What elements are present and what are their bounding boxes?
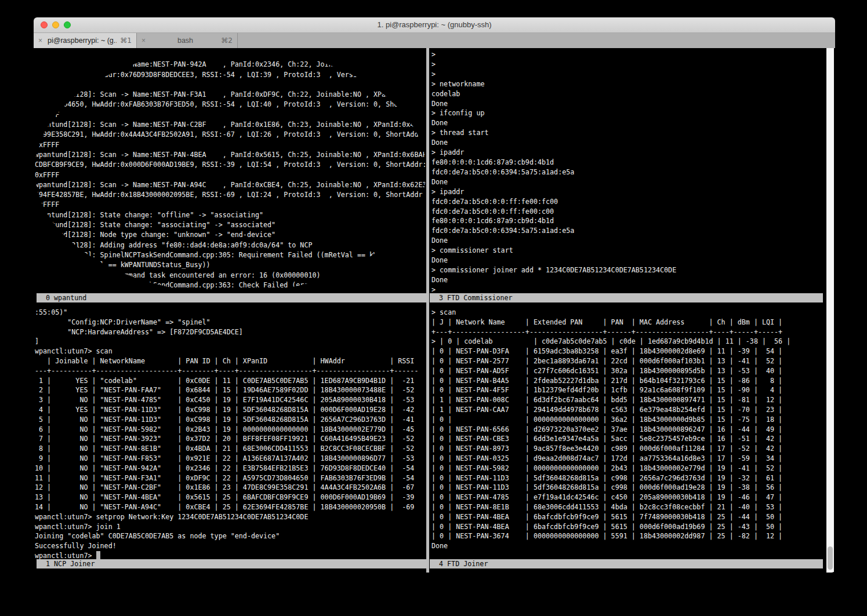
pane-ftd-commissioner[interactable]: > > > > networkname codelab Done > ifcon… [431, 48, 825, 295]
terminal-area: 0xFFFF wpantund[2128]: Scan -> Name:NEST… [34, 48, 835, 573]
pane-wpantund[interactable]: 0xFFFF wpantund[2128]: Scan -> Name:NEST… [35, 48, 426, 293]
status-bar-wpantund: 0 wpantund [37, 293, 428, 302]
status-bar-ftd-joiner: 4 FTD Joiner [430, 559, 823, 568]
tab-label: pi@raspberrypi: ~ (g... [48, 33, 117, 48]
tab-bar: × pi@raspberrypi: ~ (g... ⌘1 × bash ⌘2 [34, 33, 835, 48]
close-tab-icon[interactable]: × [142, 33, 146, 48]
status-bar-label: 3 FTD Commissioner [439, 294, 513, 302]
pane-divider[interactable] [426, 48, 429, 573]
pane-ftd-joiner[interactable]: > scan | J | Network Name | Extended PAN… [431, 306, 825, 561]
scrollbar-thumb[interactable] [828, 546, 833, 570]
status-bar-label: 4 FTD Joiner [439, 560, 488, 568]
pane-ncp-joiner[interactable]: :55:05)" "Config:NCP:DriverName" => "spi… [35, 306, 426, 561]
status-bar-ftd-commissioner: 3 FTD Commissioner [430, 293, 823, 302]
tab-bash[interactable]: × bash ⌘2 [137, 33, 238, 48]
status-bar-label: 1 NCP Joiner [46, 560, 95, 568]
tab-ssh-session[interactable]: × pi@raspberrypi: ~ (g... ⌘1 [34, 33, 137, 48]
screen: 1. pi@raspberrypi: ~ (gnubby-ssh) × pi@r… [0, 0, 867, 616]
status-bar-ncp-joiner: 1 NCP Joiner [37, 559, 428, 568]
scrollbar-track[interactable] [826, 48, 834, 573]
tab-shortcut: ⌘1 [120, 33, 132, 48]
tab-bar-empty-area [238, 33, 835, 48]
tab-label: bash [151, 33, 220, 48]
window-title: 1. pi@raspberrypi: ~ (gnubby-ssh) [34, 17, 835, 32]
close-tab-icon[interactable]: × [38, 33, 42, 48]
status-bar-label: 0 wpantund [46, 294, 86, 302]
terminal-cursor [96, 551, 100, 559]
tab-shortcut: ⌘2 [221, 33, 233, 48]
title-bar[interactable]: 1. pi@raspberrypi: ~ (gnubby-ssh) [34, 17, 835, 33]
terminal-window: 1. pi@raspberrypi: ~ (gnubby-ssh) × pi@r… [34, 17, 835, 573]
